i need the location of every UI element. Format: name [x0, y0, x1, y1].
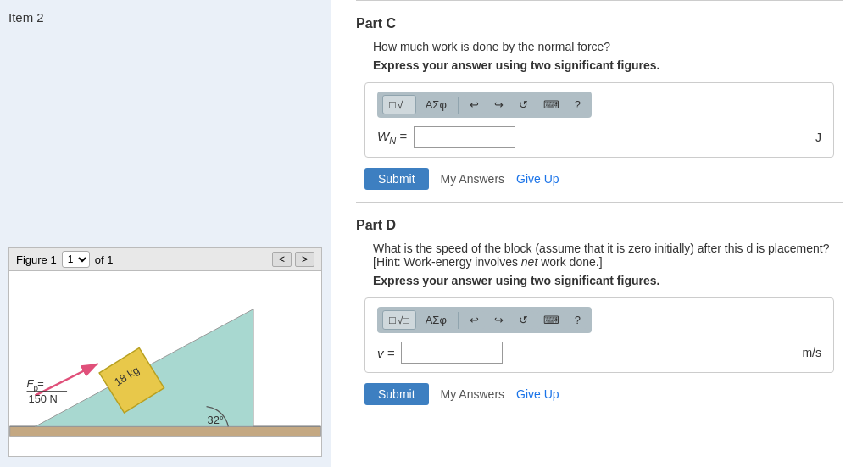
part-d-toolbar-redo-btn[interactable]: ↪ — [488, 311, 509, 329]
toolbar-refresh-btn[interactable]: ↺ — [513, 96, 534, 114]
part-c-input-row: WN = J — [377, 126, 821, 148]
part-d-keyboard-icon: ⌨ — [543, 314, 559, 326]
matrix-icon: □ — [389, 98, 396, 111]
part-c-answer-box: □√□ ΑΣφ ↩ ↪ ↺ ⌨ ? — [364, 82, 834, 158]
part-c-express: Express your answer using two significan… — [373, 58, 843, 72]
toolbar-help-btn[interactable]: ? — [569, 96, 587, 114]
part-d-toolbar-help-btn[interactable]: ? — [569, 311, 587, 329]
part-d-toolbar-keyboard-btn[interactable]: ⌨ — [537, 311, 565, 329]
part-c-action-row: Submit My Answers Give Up — [364, 168, 843, 190]
part-d-sqrt-icon: √□ — [398, 314, 409, 326]
part-d-submit-button[interactable]: Submit — [364, 383, 429, 405]
part-d-refresh-icon: ↺ — [519, 314, 528, 326]
toolbar-sep-1 — [458, 97, 459, 114]
part-d-italic: net — [521, 255, 537, 269]
part-d-section: Part D What is the speed of the block (a… — [356, 202, 843, 417]
help-icon: ? — [575, 98, 581, 111]
figure-prev-button[interactable]: < — [272, 252, 292, 267]
toolbar-keyboard-btn[interactable]: ⌨ — [537, 96, 565, 114]
part-d-question: What is the speed of the block (assume t… — [373, 242, 843, 269]
part-d-toolbar-formula-btn[interactable]: ΑΣφ — [420, 311, 453, 329]
figure-header-row: Figure 1 1 of 1 < > — [8, 247, 322, 270]
item-title: Item 2 — [8, 10, 322, 25]
right-panel: Part C How much work is done by the norm… — [331, 0, 868, 467]
part-c-title: Part C — [356, 16, 843, 31]
part-c-give-up-link[interactable]: Give Up — [516, 172, 559, 186]
part-d-toolbar-undo-btn[interactable]: ↩ — [464, 311, 485, 329]
part-d-toolbar: □√□ ΑΣφ ↩ ↪ ↺ ⌨ ? — [377, 307, 592, 333]
svg-line-4 — [35, 364, 97, 396]
part-d-answer-input[interactable] — [401, 342, 503, 364]
part-c-question: How much work is done by the normal forc… — [373, 40, 843, 53]
diagram-svg: F p = 150 N 18 kg 32° — [9, 271, 321, 456]
part-d-my-answers: My Answers — [441, 387, 504, 401]
part-c-submit-button[interactable]: Submit — [364, 168, 429, 190]
svg-text:=: = — [37, 377, 44, 390]
figure-container: Figure 1 1 of 1 < > — [8, 247, 322, 457]
figure-of: of 1 — [95, 253, 114, 266]
part-d-toolbar-matrix-btn[interactable]: □√□ — [382, 310, 416, 330]
toolbar-matrix-btn[interactable]: □√□ — [382, 95, 416, 114]
figure-label: Figure 1 — [16, 253, 57, 266]
part-d-input-label: v = — [377, 346, 394, 360]
part-d-input-row: v = m/s — [377, 342, 821, 364]
svg-text:150 N: 150 N — [28, 392, 57, 405]
svg-text:32°: 32° — [208, 414, 224, 426]
figure-select[interactable]: 1 — [62, 251, 90, 268]
refresh-icon: ↺ — [519, 98, 528, 111]
redo-icon: ↪ — [494, 98, 504, 111]
part-c-answer-input[interactable] — [414, 126, 515, 148]
part-d-answer-box: □√□ ΑΣφ ↩ ↪ ↺ ⌨ ? — [364, 297, 834, 373]
part-d-redo-icon: ↪ — [494, 314, 504, 326]
figure-box: F p = 150 N 18 kg 32° — [8, 270, 322, 457]
part-d-give-up-link[interactable]: Give Up — [516, 387, 559, 401]
toolbar-redo-btn[interactable]: ↪ — [488, 96, 509, 114]
part-d-express: Express your answer using two significan… — [373, 274, 843, 287]
part-d-unit: m/s — [802, 346, 821, 359]
toolbar-undo-btn[interactable]: ↩ — [464, 96, 485, 114]
svg-rect-0 — [10, 426, 321, 436]
part-c-toolbar: □√□ ΑΣφ ↩ ↪ ↺ ⌨ ? — [377, 92, 592, 118]
part-d-title: Part D — [356, 218, 843, 233]
left-panel: Item 2 Figure 1 1 of 1 < > — [0, 0, 331, 467]
part-d-toolbar-refresh-btn[interactable]: ↺ — [513, 311, 534, 329]
part-c-input-label: WN = — [377, 129, 407, 146]
part-d-action-row: Submit My Answers Give Up — [364, 383, 843, 405]
sqrt-icon: √□ — [398, 99, 409, 111]
part-d-help-icon: ? — [575, 314, 581, 326]
part-c-unit: J — [815, 131, 821, 144]
figure-next-button[interactable]: > — [295, 252, 314, 267]
part-d-formula-icon: ΑΣφ — [426, 314, 447, 326]
toolbar-formula-btn[interactable]: ΑΣφ — [420, 96, 453, 114]
part-c-section: Part C How much work is done by the norm… — [356, 0, 843, 202]
part-d-undo-icon: ↩ — [470, 314, 479, 326]
undo-icon: ↩ — [470, 98, 479, 111]
formula-icon: ΑΣφ — [426, 98, 447, 111]
part-d-matrix-icon: □ — [389, 314, 396, 326]
part-c-my-answers: My Answers — [441, 172, 504, 186]
part-d-toolbar-sep-1 — [458, 312, 459, 329]
keyboard-icon: ⌨ — [543, 98, 559, 111]
